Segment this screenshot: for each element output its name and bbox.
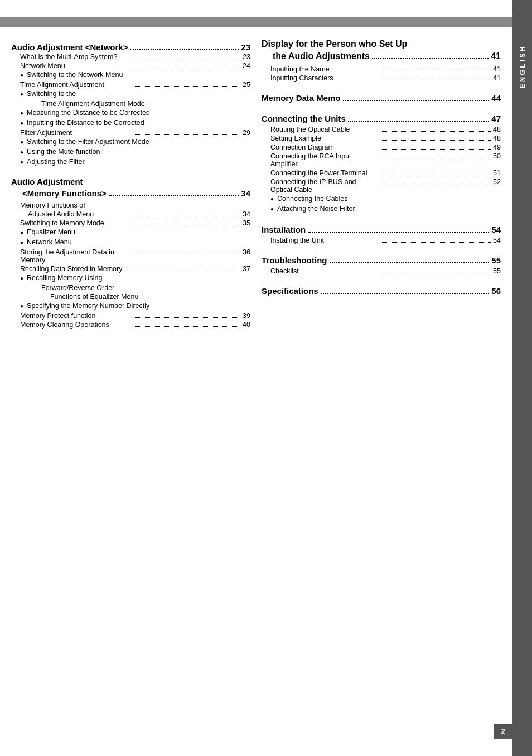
list-item: What is the Multi-Amp System? 23 (11, 53, 250, 61)
section-title: Installation (262, 225, 306, 234)
section-display-page: 41 (491, 50, 501, 62)
bullet-icon: ● (20, 119, 23, 128)
list-item: Inputting the Name 41 (262, 65, 501, 73)
dots (382, 80, 491, 80)
dots (382, 273, 491, 273)
item-label: Adjusting the Filter (27, 158, 250, 166)
dots (308, 232, 489, 233)
bullet-icon: ● (270, 205, 274, 214)
section-display-title-row2: the Audio Adjustments 41 (262, 50, 501, 62)
dots (132, 59, 241, 59)
list-item: Setting Example 48 (262, 134, 501, 142)
dots (382, 149, 491, 150)
item-label: Recalling Data Stored in Memory (20, 265, 129, 273)
list-item: Memory Protect function 39 (11, 312, 250, 320)
item-page: 37 (243, 265, 250, 273)
section-title: Troubleshooting (262, 256, 327, 265)
section-display-header: Display for the Person who Set Up the Au… (262, 38, 501, 63)
section-memory-title-line1: Audio Adjustment (11, 176, 250, 187)
page-number-badge: 2 (494, 724, 512, 739)
dots (132, 271, 241, 271)
dots (132, 134, 241, 135)
section-network: Audio Adjustment <Network> 23 What is th… (11, 42, 250, 167)
list-item: Installing the Unit 54 (262, 237, 501, 244)
section-memory: Audio Adjustment <Memory Functions> 34 M… (11, 176, 250, 329)
item-label: Filter Adjustment (20, 129, 129, 137)
section-memory-page: 34 (241, 187, 250, 199)
section-display-title-line1: Display for the Person who Set Up (262, 38, 501, 50)
list-item: ● Switching to the (20, 90, 250, 99)
bullet-icon: ● (20, 238, 23, 247)
section-display-title-line2: the Audio Adjustments (262, 50, 370, 62)
bullet-icon: ● (20, 228, 23, 237)
list-item: Routing the Optical Cable 48 (262, 126, 501, 133)
bullet-icon: ● (20, 158, 23, 167)
english-label: ENGLISH (518, 45, 526, 89)
list-item: Time Alignment Adjustment Mode (11, 100, 250, 108)
section-installation: Installation 54 Installing the Unit 54 (262, 225, 501, 244)
section-network-title: Audio Adjustment <Network> (11, 42, 128, 52)
dots (132, 326, 241, 327)
item-label: — Functions of Equalizer Menu — (41, 293, 147, 301)
list-item: ● Recalling Memory Using (20, 274, 250, 283)
section-page: 44 (491, 93, 501, 103)
section-network-page: 23 (241, 42, 250, 52)
list-item: Filter Adjustment 29 (11, 129, 250, 137)
list-item: Storing the Adjustment Data in Memory 36 (11, 248, 250, 264)
item-label: Switching to the Filter Adjustment Mode (27, 138, 250, 146)
item-page: 36 (243, 248, 250, 256)
bullet-icon: ● (20, 109, 23, 118)
item-label: Adjusted Audio Menu (28, 210, 133, 218)
item-label: Memory Clearing Operations (20, 321, 129, 329)
item-page: 48 (493, 126, 501, 133)
section-page: 56 (491, 286, 501, 296)
section-memory-data-memo: Memory Data Memo 44 (262, 93, 501, 103)
item-page: 54 (493, 237, 501, 244)
list-item: Adjusted Audio Menu 34 (11, 210, 250, 218)
bullet-icon: ● (20, 274, 23, 283)
item-label: What is the Multi-Amp System? (20, 53, 129, 61)
list-item: ● Switching to the Filter Adjustment Mod… (20, 138, 250, 147)
item-label: Inputting Characters (270, 74, 380, 82)
bullet-icon: ● (20, 138, 23, 147)
dots (382, 131, 491, 132)
item-label: Equalizer Menu (27, 228, 250, 236)
item-label: Memory Protect function (20, 312, 129, 320)
list-item: Connecting the Power Terminal 51 (262, 169, 501, 177)
item-page: 51 (493, 169, 501, 177)
item-label: Memory Functions of (20, 201, 250, 209)
list-item: ● Attaching the Noise Filter (270, 205, 501, 214)
section-memory-title-line2: <Memory Functions> (11, 187, 107, 199)
item-label: Connecting the Cables (277, 195, 501, 203)
main-content: Audio Adjustment <Network> 23 What is th… (0, 38, 512, 330)
section-page: 47 (491, 114, 501, 123)
list-item: ● Adjusting the Filter (20, 158, 250, 167)
list-item: Inputting Characters 41 (262, 74, 501, 82)
item-label: Network Menu (27, 238, 250, 246)
item-label: Using the Mute function (27, 148, 250, 156)
dots (321, 293, 490, 294)
section-title: Connecting the Units (262, 114, 346, 123)
dots (382, 175, 491, 175)
item-page: 35 (243, 219, 250, 227)
list-item: Connecting the RCA Input Amplifier 50 (262, 152, 501, 168)
item-label: Switching to Memory Mode (20, 219, 129, 227)
list-item: ● Measuring the Distance to be Corrected (20, 109, 250, 118)
dots (136, 216, 241, 216)
dots (132, 254, 241, 254)
list-item: Memory Clearing Operations 40 (11, 321, 250, 329)
dots (132, 225, 241, 225)
item-page: 24 (243, 62, 250, 70)
item-label: Recalling Memory Using (27, 274, 250, 282)
right-column: Display for the Person who Set Up the Au… (262, 38, 501, 330)
item-page: 39 (243, 312, 250, 320)
list-item: Memory Functions of (11, 201, 250, 209)
list-item: Connecting the IP-BUS and Optical Cable … (262, 178, 501, 194)
page-container: ENGLISH 2 Audio Adjustment <Network> 23 … (0, 0, 532, 756)
section-page: 54 (491, 225, 501, 234)
item-label: Time Alignment Adjustment Mode (41, 100, 145, 108)
list-item: Time Alignment Adjustment 25 (11, 81, 250, 89)
dots (348, 121, 489, 122)
section-title: Memory Data Memo (262, 93, 341, 103)
section-display: Display for the Person who Set Up the Au… (262, 38, 501, 82)
